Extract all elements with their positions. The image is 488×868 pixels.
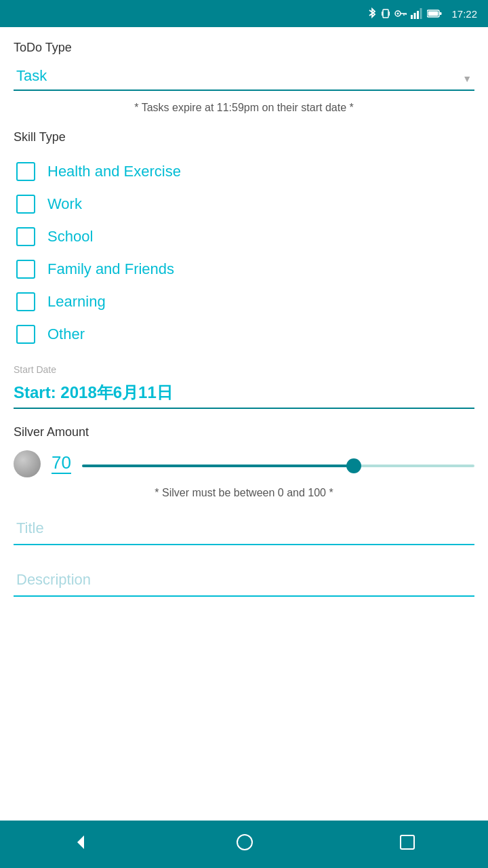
svg-rect-11 — [420, 8, 422, 19]
svg-point-16 — [237, 835, 252, 850]
silver-value-underline — [52, 473, 71, 474]
svg-point-4 — [397, 13, 399, 15]
checkbox-family[interactable] — [16, 260, 35, 279]
checkbox-label-school: School — [47, 228, 93, 245]
start-date-date: 2018年6月11日 — [60, 383, 172, 401]
checkbox-item-school[interactable]: School — [14, 220, 474, 253]
start-date-section: Start Date Start: 2018年6月11日 — [14, 364, 474, 409]
checkbox-label-other: Other — [47, 326, 85, 343]
vibrate-icon — [381, 7, 390, 20]
svg-marker-15 — [77, 835, 84, 849]
task-note: * Tasks expire at 11:59pm on their start… — [14, 102, 474, 114]
recents-button[interactable] — [385, 828, 430, 861]
checkbox-item-learning[interactable]: Learning — [14, 285, 474, 318]
signal-icon — [411, 8, 423, 19]
checkbox-school[interactable] — [16, 227, 35, 246]
back-button[interactable] — [58, 827, 104, 861]
silver-note: * Silver must be between 0 and 100 * — [14, 487, 474, 499]
status-bar: 17:22 — [0, 0, 488, 27]
checkbox-learning[interactable] — [16, 292, 35, 311]
main-content: ToDo Type Task Habit Daily * Tasks expir… — [0, 27, 488, 821]
title-input[interactable] — [14, 513, 474, 545]
slider-wrapper[interactable] — [82, 458, 474, 470]
svg-rect-2 — [389, 12, 390, 16]
skill-type-section: Skill Type Health and Exercise Work Scho… — [14, 130, 474, 351]
checkbox-item-health[interactable]: Health and Exercise — [14, 155, 474, 188]
status-icons: 17:22 — [367, 7, 477, 20]
checkbox-work[interactable] — [16, 195, 35, 214]
silver-amount-section: Silver Amount 70 * Silver must be betwee… — [14, 425, 474, 499]
checkbox-other[interactable] — [16, 325, 35, 344]
todo-type-label: ToDo Type — [14, 41, 474, 55]
svg-rect-14 — [428, 12, 439, 16]
checkbox-label-work: Work — [47, 195, 82, 213]
checkbox-item-family[interactable]: Family and Friends — [14, 253, 474, 285]
description-input[interactable] — [14, 564, 474, 597]
skill-type-label: Skill Type — [14, 130, 474, 144]
silver-coin-icon — [14, 450, 41, 477]
home-button[interactable] — [222, 827, 268, 861]
recents-icon — [399, 833, 416, 851]
checkbox-label-health: Health and Exercise — [47, 163, 181, 180]
svg-rect-13 — [440, 12, 442, 15]
skill-type-checkbox-group: Health and Exercise Work School Family a… — [14, 155, 474, 351]
svg-rect-0 — [383, 9, 388, 18]
checkbox-health[interactable] — [16, 162, 35, 181]
back-icon — [72, 833, 91, 852]
start-date-placeholder: Start Date — [14, 364, 474, 375]
start-date-value[interactable]: Start: 2018年6月11日 — [14, 378, 474, 409]
silver-slider[interactable] — [82, 465, 474, 467]
silver-value-wrapper: 70 — [52, 454, 71, 474]
todo-type-select[interactable]: Task Habit Daily — [14, 62, 474, 91]
svg-rect-8 — [411, 15, 413, 19]
vpn-icon — [394, 9, 407, 18]
start-date-label: Start: — [14, 383, 56, 401]
checkbox-label-family: Family and Friends — [47, 260, 174, 278]
checkbox-label-learning: Learning — [47, 293, 106, 311]
home-icon — [235, 833, 254, 852]
silver-value: 70 — [52, 454, 71, 471]
checkbox-item-work[interactable]: Work — [14, 188, 474, 220]
svg-rect-1 — [382, 12, 383, 16]
battery-icon — [427, 9, 442, 18]
silver-amount-label: Silver Amount — [14, 425, 474, 439]
silver-row: 70 — [14, 450, 474, 477]
bottom-nav — [0, 821, 488, 868]
status-time: 17:22 — [451, 8, 477, 20]
checkbox-item-other[interactable]: Other — [14, 318, 474, 351]
svg-rect-17 — [401, 835, 414, 849]
todo-type-dropdown-wrapper[interactable]: Task Habit Daily — [14, 62, 474, 91]
todo-type-section: ToDo Type Task Habit Daily — [14, 41, 474, 91]
svg-rect-9 — [414, 13, 416, 19]
svg-rect-10 — [417, 11, 419, 19]
bluetooth-icon — [367, 7, 377, 20]
